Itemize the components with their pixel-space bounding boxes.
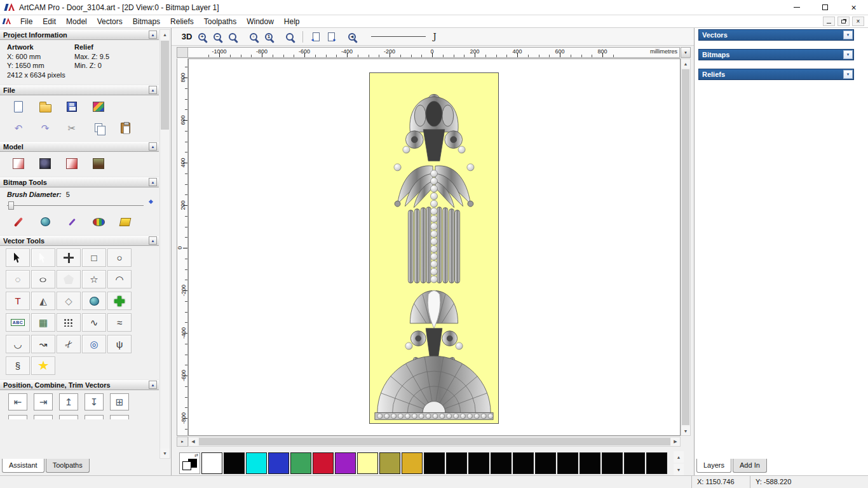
palette-colour-5[interactable] <box>313 452 334 474</box>
collapse-file-button[interactable] <box>149 86 157 94</box>
scroll-left-icon[interactable] <box>189 437 198 446</box>
collapse-vector-tools-button[interactable] <box>149 236 157 245</box>
vertical-scrollbar[interactable] <box>681 58 691 436</box>
transform-vectors-tool[interactable] <box>57 248 81 267</box>
wrap-text-round-curve-tool[interactable] <box>82 292 106 310</box>
tab-assistant[interactable]: Assistant <box>2 459 44 473</box>
toolbar-zoom-window-button[interactable]: ▫ <box>247 30 260 43</box>
slider-thumb[interactable] <box>8 201 14 210</box>
mdi-close-button[interactable]: × <box>852 17 864 26</box>
create-rectangle-tool[interactable]: □ <box>82 248 106 267</box>
colour-selector[interactable]: ⇄ <box>179 452 200 474</box>
align-top-tool[interactable]: ↥ <box>59 393 78 410</box>
menu-edit[interactable]: Edit <box>37 16 61 27</box>
maximize-button[interactable] <box>811 0 839 15</box>
menu-model[interactable]: Model <box>61 16 92 27</box>
panel-header-bitmaps[interactable]: Bitmaps <box>698 49 854 60</box>
draw-tool[interactable] <box>59 213 85 231</box>
import-3d-model-tool[interactable] <box>86 98 111 116</box>
create-diamond-tool[interactable]: ◇ <box>57 292 81 310</box>
create-vector-relief-tool[interactable]: ◎ <box>82 335 106 353</box>
align-centre-tool[interactable]: ▣ <box>8 415 27 419</box>
node-editing-tool[interactable] <box>31 248 55 267</box>
tab-add-in[interactable]: Add In <box>733 459 767 473</box>
palette-colour-8[interactable] <box>379 452 400 474</box>
horizontal-scroll-thumb[interactable] <box>199 438 670 445</box>
mdi-restore-button[interactable] <box>837 17 850 26</box>
toolbar-view-3d-button[interactable]: 3D <box>180 30 193 43</box>
toolbar-zoom-in-button[interactable]: + <box>196 30 208 43</box>
model-lighting-tool[interactable] <box>59 154 85 172</box>
menu-vectors[interactable]: Vectors <box>92 16 128 27</box>
block-nesting-tool[interactable] <box>57 313 81 332</box>
palette-colour-19[interactable] <box>624 452 645 474</box>
scatter-copies-tool[interactable]: ∴ <box>59 415 78 419</box>
paint-selective-tool[interactable] <box>32 213 58 231</box>
toolbar-zoom-out-button[interactable]: − <box>211 30 224 43</box>
palette-colour-3[interactable] <box>268 452 289 474</box>
menu-bitmaps[interactable]: Bitmaps <box>128 16 165 27</box>
panel-header-vectors[interactable]: Vectors <box>698 29 854 41</box>
colour-palette-tool[interactable] <box>86 213 111 231</box>
panel-dropdown-reliefs[interactable] <box>843 70 853 79</box>
palette-scroll-up[interactable] <box>674 451 684 463</box>
horizontal-scrollbar[interactable] <box>188 437 681 447</box>
palette-colour-17[interactable] <box>580 452 600 474</box>
drawing-canvas[interactable] <box>188 58 681 436</box>
palette-colour-20[interactable] <box>646 452 667 474</box>
palette-colour-9[interactable] <box>402 452 423 474</box>
greyscale-preview-tool[interactable] <box>32 154 58 172</box>
minimize-button[interactable] <box>782 0 811 15</box>
palette-scroll-down[interactable] <box>674 464 684 475</box>
assistant-scrollbar[interactable] <box>159 29 170 459</box>
cut-tool[interactable]: ✂ <box>59 119 85 137</box>
select-vectors-tool[interactable] <box>6 248 30 267</box>
palette-colour-1[interactable] <box>224 452 245 474</box>
view-splitter[interactable] <box>177 437 188 447</box>
scroll-down-icon[interactable] <box>681 426 690 435</box>
undo-tool[interactable]: ↶ <box>6 119 31 137</box>
fit-polyline-tool[interactable]: ∿ <box>82 313 106 332</box>
create-circle-tool[interactable]: ○ <box>107 248 132 267</box>
panel-header-reliefs[interactable]: Reliefs <box>698 69 854 80</box>
nest-vectors-tool[interactable]: Nes <box>110 415 129 419</box>
offset-vector-tool[interactable]: ↝ <box>31 335 55 353</box>
swap-colours-icon[interactable]: ⇄ <box>194 453 198 458</box>
load-bitmap-image-tool[interactable] <box>86 154 111 172</box>
scroll-up-icon[interactable] <box>160 30 170 39</box>
paste-tool[interactable] <box>112 119 138 137</box>
toolbar-line-hook-button[interactable]: J <box>428 30 441 43</box>
toolbar-zoom-1to1-button[interactable]: 1 <box>262 30 275 43</box>
palette-colour-2[interactable] <box>246 452 267 474</box>
create-polygon-tool[interactable] <box>57 270 81 288</box>
model-artboard[interactable] <box>369 72 499 424</box>
palette-colour-14[interactable] <box>513 452 534 474</box>
brush-diameter-slider[interactable] <box>7 200 153 210</box>
ruler-units-dropdown[interactable] <box>681 47 691 58</box>
menu-reliefs[interactable]: Reliefs <box>165 16 199 27</box>
menu-file[interactable]: File <box>15 16 37 27</box>
palette-colour-15[interactable] <box>535 452 556 474</box>
close-button[interactable]: × <box>839 0 868 15</box>
vertical-scroll-thumb[interactable] <box>682 69 689 425</box>
panel-dropdown-bitmaps[interactable] <box>843 50 853 59</box>
collapse-model-button[interactable] <box>149 142 157 151</box>
align-right-tool[interactable]: ⇥ <box>34 393 53 410</box>
palette-colour-10[interactable] <box>424 452 445 474</box>
toolbar-toggle-vector-view-button[interactable] <box>325 30 337 43</box>
palette-colour-0[interactable] <box>201 452 222 474</box>
trim-vectors-tool[interactable]: ✂ <box>57 335 81 353</box>
menu-window[interactable]: Window <box>241 16 279 27</box>
menu-help[interactable]: Help <box>279 16 305 27</box>
panel-dropdown-vectors[interactable] <box>843 30 853 39</box>
palette-colour-18[interactable] <box>602 452 623 474</box>
tab-layers[interactable]: Layers <box>696 459 731 473</box>
subtract-vectors-tool[interactable]: ⊟ <box>34 415 53 419</box>
create-text-tool[interactable]: T <box>6 292 30 310</box>
tab-toolpaths[interactable]: Toolpaths <box>46 459 90 473</box>
palette-colour-12[interactable] <box>468 452 489 474</box>
convert-to-star-tool[interactable] <box>31 356 55 375</box>
palette-colour-16[interactable] <box>557 452 578 474</box>
center-in-page-tool[interactable]: ⊞ <box>110 393 129 410</box>
palette-colour-7[interactable] <box>357 452 378 474</box>
